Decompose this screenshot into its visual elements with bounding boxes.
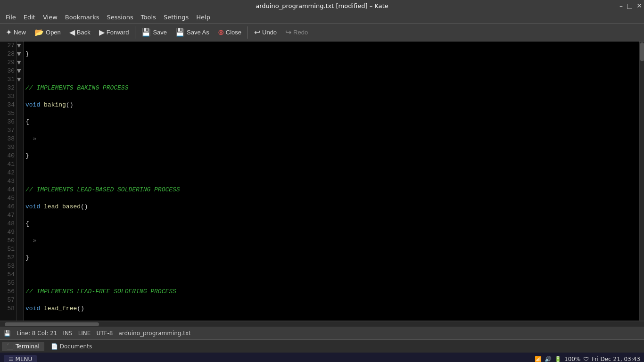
horizontal-scrollbar-container <box>0 321 644 326</box>
open-icon: 📂 <box>34 28 44 37</box>
status-mode: LINE <box>78 330 91 337</box>
forward-button[interactable]: ▶ Forward <box>95 26 133 38</box>
datetime: Fri Dec 21, 03:43 <box>592 356 640 362</box>
menu-sessions[interactable]: Sessions <box>103 13 137 22</box>
battery-icon: 🔋 <box>554 356 561 362</box>
tab-terminal[interactable]: ⬛ Terminal <box>2 342 44 351</box>
menu-edit[interactable]: Edit <box>20 13 39 22</box>
save-label: Save <box>153 29 167 36</box>
close-file-icon: ⊗ <box>218 28 224 37</box>
toolbar: ✦ New 📂 Open ◀ Back ▶ Forward 💾 Save 💾 S… <box>0 24 644 41</box>
menu-file[interactable]: File <box>2 13 20 22</box>
undo-button[interactable]: ↩ Undo <box>250 26 281 38</box>
zoom-level: 100% <box>564 356 580 362</box>
maximize-button[interactable]: □ <box>627 2 633 9</box>
documents-icon: 📄 <box>51 343 58 350</box>
save-as-label: Save As <box>187 29 209 36</box>
menu-bookmarks[interactable]: Bookmarks <box>61 13 103 22</box>
new-icon: ✦ <box>6 28 12 37</box>
toolbar-separator-2 <box>248 26 248 39</box>
network-icon: 📶 <box>535 356 542 362</box>
menu-button[interactable]: ☰ MENU <box>4 355 37 362</box>
code-area[interactable]: } // IMPLEMENTS BAKING PROCESS void baki… <box>24 41 639 321</box>
new-label: New <box>14 29 26 36</box>
save-icon: 💾 <box>141 28 151 37</box>
redo-label: Redo <box>293 29 308 36</box>
terminal-label: Terminal <box>16 343 40 350</box>
status-encoding: UTF-8 <box>96 330 113 337</box>
forward-icon: ▶ <box>99 28 105 37</box>
taskbar-left: ☰ MENU <box>4 355 37 362</box>
tab-documents[interactable]: 📄 Documents <box>46 342 97 351</box>
open-button[interactable]: 📂 Open <box>31 26 65 38</box>
close-button[interactable]: ⊗ Close <box>214 26 245 38</box>
status-disk-icon: 💾 <box>4 330 11 337</box>
volume-icon: 🔊 <box>545 356 552 362</box>
editor-container: 2728293031 3233343536 3738394041 4243444… <box>0 41 644 321</box>
forward-label: Forward <box>107 29 129 36</box>
back-button[interactable]: ◀ Back <box>66 26 94 38</box>
back-label: Back <box>77 29 91 36</box>
vertical-scrollbar[interactable] <box>639 41 644 321</box>
open-label: Open <box>46 29 61 36</box>
line-numbers: 2728293031 3233343536 3738394041 4243444… <box>0 41 17 321</box>
menu-settings[interactable]: Settings <box>160 13 192 22</box>
bottom-panel: ⬛ Terminal 📄 Documents <box>0 339 644 353</box>
status-filename: arduino_programming.txt <box>118 330 190 337</box>
taskbar: ☰ MENU 📶 🔊 🔋 100% 🛡 Fri Dec 21, 03:43 <box>0 353 644 362</box>
shield-icon: 🛡 <box>583 356 589 362</box>
redo-button[interactable]: ↪ Redo <box>281 26 312 38</box>
horizontal-scrollbar-thumb[interactable] <box>5 322 99 326</box>
save-button[interactable]: 💾 Save <box>138 26 171 38</box>
menu-tools[interactable]: Tools <box>137 13 160 22</box>
back-icon: ◀ <box>69 28 75 37</box>
undo-icon: ↩ <box>254 28 260 37</box>
menu-label: MENU <box>16 356 33 362</box>
undo-label: Undo <box>262 29 277 36</box>
save-as-button[interactable]: 💾 Save As <box>172 26 213 38</box>
menu-help[interactable]: Help <box>192 13 214 22</box>
status-line-col: Line: 8 Col: 21 <box>17 330 58 337</box>
close-button[interactable]: ✕ <box>636 2 642 9</box>
terminal-icon: ⬛ <box>7 343 14 350</box>
new-button[interactable]: ✦ New <box>2 26 30 38</box>
titlebar: arduino_programming.txt [modified] – Kat… <box>0 0 644 11</box>
toolbar-separator-1 <box>135 26 135 39</box>
close-label: Close <box>226 29 241 36</box>
menubar: File Edit View Bookmarks Sessions Tools … <box>0 11 644 24</box>
statusbar: 💾 Line: 8 Col: 21 INS LINE UTF-8 arduino… <box>0 326 644 339</box>
taskbar-right: 📶 🔊 🔋 100% 🛡 Fri Dec 21, 03:43 <box>535 356 640 362</box>
redo-icon: ↪ <box>285 28 291 37</box>
fold-area: ▼ ▼ ▼ ▼ ▼ <box>17 41 24 321</box>
minimize-button[interactable]: – <box>619 2 623 9</box>
save-as-icon: 💾 <box>175 28 185 37</box>
status-insert: INS <box>63 330 73 337</box>
menu-view[interactable]: View <box>39 13 61 22</box>
horizontal-scrollbar[interactable] <box>0 321 644 327</box>
documents-label: Documents <box>60 343 92 350</box>
menu-icon: ☰ <box>8 356 14 362</box>
window-title: arduino_programming.txt [modified] – Kat… <box>256 2 388 9</box>
